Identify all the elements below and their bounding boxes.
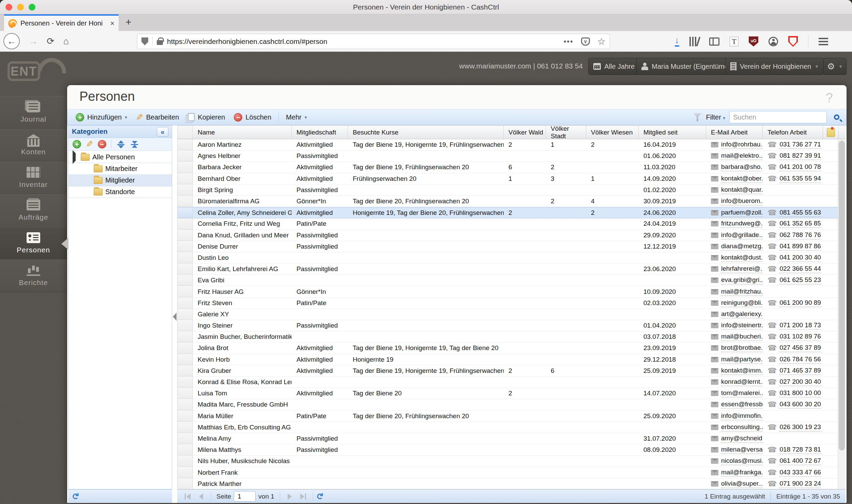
table-row[interactable]: Patrick Martherolivia@super...☎071 900 2… (178, 478, 838, 489)
phone-link[interactable]: 018 728 73 81 (779, 446, 821, 454)
phone-link[interactable]: 031 800 10 00 (779, 389, 821, 397)
text-extension-icon[interactable]: T (730, 37, 739, 46)
settings-button[interactable]: ⚙▼ (823, 58, 847, 75)
phone-link[interactable]: 061 352 65 85 (779, 220, 821, 228)
phone-link[interactable]: 041 200 30 40 (779, 254, 821, 262)
more-button[interactable]: Mehr▾ (282, 110, 311, 124)
table-row[interactable]: Agnes HelbnerPassivmitglied01.06.2020mai… (178, 151, 838, 162)
email-link[interactable]: mail@frankga... (721, 469, 763, 477)
category-mitglieder[interactable]: Mitglieder (69, 175, 172, 186)
delete-category-button[interactable]: − (98, 140, 106, 148)
email-link[interactable]: info@immofin... (721, 412, 763, 420)
email-link[interactable]: kontakt@imm... (721, 367, 763, 375)
phone-link[interactable]: 041 899 87 86 (779, 242, 821, 251)
scrollbar-thumb[interactable] (839, 141, 845, 451)
phone-link[interactable]: 061 200 90 89 (779, 299, 821, 307)
search-input[interactable]: Suchen (729, 111, 827, 123)
edit-button[interactable]: ✎ Bearbeiten (132, 110, 184, 124)
table-row[interactable]: Norbert Frankmail@frankga...☎043 333 47 … (178, 467, 838, 478)
email-link[interactable]: mail@fritzhau... (721, 288, 763, 296)
table-row[interactable]: Melina AmyPassivmitglied31.07.2020amy@sc… (178, 433, 838, 444)
email-link[interactable]: fritzundweg@... (721, 220, 763, 228)
email-link[interactable]: erbconsulting... (721, 423, 763, 431)
email-link[interactable]: kontakt@ober... (721, 175, 763, 183)
phone-link[interactable]: 031 736 27 71 (779, 141, 821, 149)
browser-tab[interactable]: Personen - Verein der Honigbie × (4, 14, 119, 31)
phone-link[interactable]: 043 333 47 66 (779, 469, 821, 477)
shield-extension-icon[interactable] (788, 36, 798, 47)
phone-link[interactable]: 043 600 30 20 (779, 400, 821, 409)
next-page-button[interactable] (284, 491, 295, 502)
column-header-notes[interactable] (823, 126, 839, 139)
column-header-voelker-wiesen[interactable]: Völker Wiesen (586, 126, 639, 139)
sidebar-item-aufträge[interactable]: Aufträge (0, 194, 67, 227)
url-text[interactable]: https://vereinderhonigbienen.cashctrl.co… (167, 37, 327, 46)
table-row[interactable]: Fritz StevenPatin/Pate02.03.2020reinigun… (178, 298, 838, 309)
back-button[interactable]: ← (3, 33, 20, 49)
phone-link[interactable]: 071 465 37 89 (779, 367, 821, 375)
sidebar-item-personen[interactable]: Personen (0, 227, 67, 259)
email-link[interactable]: info@grillade... (721, 231, 763, 239)
tracking-protection-icon[interactable] (141, 37, 148, 45)
sidebar-item-journal[interactable]: Journal (0, 96, 67, 129)
column-header-voelker-wald[interactable]: Völker Wald (504, 126, 546, 139)
downloads-icon[interactable]: ↓ (675, 36, 680, 47)
email-link[interactable]: mail@partyse... (721, 356, 763, 364)
category-alle-personen[interactable]: Alle Personen (69, 152, 172, 163)
previous-page-button[interactable] (195, 491, 207, 502)
collapse-panel-button[interactable]: « (157, 127, 168, 137)
table-row[interactable]: Kira GruberAktivmitgliedTag der Biene 19… (178, 365, 838, 377)
tab-close-icon[interactable]: × (110, 19, 115, 28)
table-row[interactable]: Ingo SteinerPassivmitglied01.04.2020info… (178, 320, 838, 331)
table-row[interactable]: Fritz Hauser AGGönner*In10.09.2020mail@f… (178, 286, 838, 297)
tree-expander-icon[interactable] (73, 150, 76, 164)
email-link[interactable]: eva.gribi@gri... (721, 276, 763, 284)
email-link[interactable]: kontakt@dust... (721, 254, 763, 262)
account-icon[interactable] (769, 37, 778, 46)
sidebar-item-konten[interactable]: Konten (0, 129, 67, 161)
column-header-name[interactable]: Name (193, 126, 292, 139)
phone-link[interactable]: 062 788 76 76 (779, 231, 821, 239)
email-link[interactable]: kontakt@quar... (721, 186, 763, 194)
phone-link[interactable]: 041 201 00 78 (779, 163, 821, 171)
add-category-button[interactable]: + (73, 140, 81, 148)
phone-link[interactable]: 061 400 72 67 (779, 457, 821, 465)
phone-link[interactable]: 061 535 55 94 (779, 175, 821, 183)
refresh-categories-icon[interactable]: ↻ (70, 493, 80, 500)
email-link[interactable]: lehrfahrerei@... (721, 265, 763, 273)
table-row[interactable]: Celina Zoller, Amy Schneiderei G...Aktiv… (178, 207, 838, 218)
menu-icon[interactable] (819, 38, 828, 45)
table-row[interactable]: Barbara JeckerAktivmitgliedTag der Biene… (178, 162, 838, 173)
phone-link[interactable]: 026 784 76 56 (779, 356, 821, 364)
phone-link[interactable]: 031 102 89 76 (779, 333, 821, 341)
email-link[interactable]: konrad@lernt... (721, 378, 763, 386)
category-mitarbeiter[interactable]: Mitarbeiter (69, 163, 172, 175)
column-header-email[interactable]: E-Mail Arbeit (706, 126, 763, 139)
add-button[interactable]: + Hinzufügen▾ (71, 110, 132, 124)
url-bar[interactable]: https://vereinderhonigbienen.cashctrl.co… (137, 34, 610, 49)
email-link[interactable]: milena@versa... (721, 446, 763, 454)
column-header-mitglied-seit[interactable]: Mitglied seit (639, 126, 706, 139)
filter-button[interactable]: Filter ▾ (706, 113, 725, 121)
email-link[interactable]: olivia@super... (721, 480, 763, 488)
table-row[interactable]: Maria MüllerPatin/PateTag der Biene 20, … (178, 411, 838, 422)
collapse-all-button[interactable] (130, 140, 139, 149)
phone-link[interactable]: 026 300 19 23 (779, 423, 821, 431)
splitter-collapse-icon[interactable] (173, 313, 177, 321)
delete-button[interactable]: − Löschen (229, 110, 276, 124)
table-row[interactable]: Cornelia Fritz, Fritz und WegPatin/Pate2… (178, 218, 838, 230)
email-link[interactable]: reinigung@bli... (721, 299, 763, 307)
bookmark-star-icon[interactable]: ☆ (597, 36, 606, 47)
table-row[interactable]: Kevin HorbAktivmitgliedHonigernte 1929.1… (178, 354, 838, 365)
email-link[interactable]: info@buerom... (721, 197, 763, 205)
forward-button[interactable]: → (29, 36, 38, 47)
table-row[interactable]: Büromaterialfirma AGGönner*InTag der Bie… (178, 196, 838, 207)
vertical-scrollbar[interactable] (838, 139, 846, 489)
email-link[interactable]: diana@metzg... (721, 242, 763, 251)
email-link[interactable]: barbara@sho... (721, 163, 763, 171)
home-button[interactable]: ⌂ (63, 36, 69, 47)
new-tab-button[interactable]: + (125, 16, 132, 28)
table-row[interactable]: Galerie XYart@galeriexy... (178, 309, 838, 320)
email-link[interactable]: parfuem@zoll... (721, 209, 763, 217)
lock-icon[interactable] (157, 40, 163, 45)
